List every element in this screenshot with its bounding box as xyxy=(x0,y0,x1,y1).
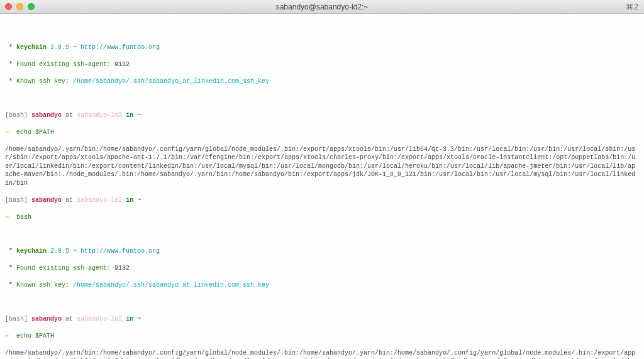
path-output-1: /home/sabandyo/.yarn/bin:/home/sabandyo/… xyxy=(5,145,639,188)
cmd-bash-1: ⇒ bash xyxy=(5,213,639,222)
prompt-line: [bash] sabandyo at sabandyo-ld2 in ~ xyxy=(5,111,639,120)
keychain-line-1: * keychain 2.8.5 ~ http://www.funtoo.org xyxy=(5,247,639,256)
window-titlebar: sabandyo@sabandyo-ld2:~ ⌘2 xyxy=(0,0,644,14)
terminal-content[interactable]: * keychain 2.8.5 ~ http://www.funtoo.org… xyxy=(0,14,644,359)
window-title: sabandyo@sabandyo-ld2:~ xyxy=(0,3,644,11)
blank-line xyxy=(5,26,639,35)
prompt-line: [bash] sabandyo at sabandyo-ld2 in ~ xyxy=(5,315,639,324)
keychain-line-2: * Found existing ssh-agent: 9132 xyxy=(5,264,639,273)
blank-line xyxy=(5,94,639,103)
keychain-line-3: * Known ssh key: /home/sabandyo/.ssh/sab… xyxy=(5,77,639,86)
blank-line xyxy=(5,230,639,239)
keychain-line-1: * keychain 2.8.5 ~ http://www.funtoo.org xyxy=(5,43,639,52)
prompt-line: [bash] sabandyo at sabandyo-ld2 in ~ xyxy=(5,196,639,205)
keychain-line-3: * Known ssh key: /home/sabandyo/.ssh/sab… xyxy=(5,281,639,290)
keychain-line-2: * Found existing ssh-agent: 9132 xyxy=(5,60,639,69)
path-output-2: /home/sabandyo/.yarn/bin:/home/sabandyo/… xyxy=(5,349,639,360)
cmd-echo-2: ⇒ echo $PATH xyxy=(5,332,639,341)
blank-line xyxy=(5,298,639,307)
cmd-echo-1: ⇒ echo $PATH xyxy=(5,128,639,137)
